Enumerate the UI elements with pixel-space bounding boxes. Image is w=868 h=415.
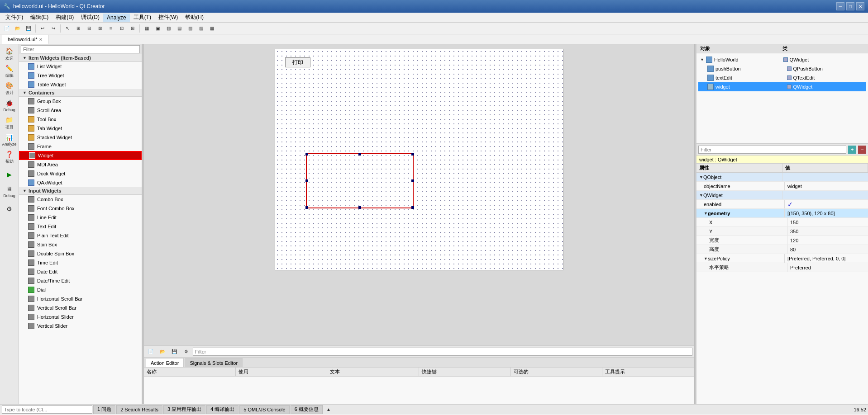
action-filter-input[interactable] <box>193 348 692 356</box>
list-item-h-slider[interactable]: Horizontal Slider <box>19 312 142 321</box>
activity-debug2[interactable]: 🖥 Debug <box>1 184 18 200</box>
toolbar-open[interactable]: 📂 <box>13 24 23 33</box>
prop-row-x[interactable]: X 150 <box>696 218 868 227</box>
prop-filter-input[interactable] <box>698 146 846 154</box>
menu-analyze[interactable]: Analyze <box>103 14 130 22</box>
menu-file[interactable]: 文件(F) <box>2 13 27 22</box>
handle-tl[interactable] <box>305 153 308 156</box>
toolbar-layout-break[interactable]: ⊡ <box>117 24 127 33</box>
maximize-button[interactable]: □ <box>846 2 854 10</box>
handle-mr[interactable] <box>411 179 414 182</box>
status-tab-summary[interactable]: 6 概要信息 <box>291 405 323 414</box>
list-item-group-box[interactable]: Group Box <box>19 97 142 106</box>
activity-analyze[interactable]: 📊 Analyze <box>1 132 18 148</box>
toolbar-layout-h[interactable]: ⊞ <box>73 24 83 33</box>
prop-row-qobject[interactable]: ▼ QObject <box>696 173 868 182</box>
file-tab-close[interactable]: ✕ <box>39 37 43 42</box>
prop-row-y[interactable]: Y 350 <box>696 227 868 236</box>
list-item-spin-box[interactable]: Spin Box <box>19 240 142 249</box>
obj-row-pushbutton[interactable]: pushButton QPushButton <box>698 64 866 73</box>
activity-welcome[interactable]: 🏠 欢迎 <box>1 46 18 62</box>
list-item-v-scrollbar[interactable]: Vertical Scroll Bar <box>19 303 142 312</box>
obj-row-textedit[interactable]: textEdit QTextEdit <box>698 73 866 82</box>
status-tab-qml-console[interactable]: 5 QML/JS Console <box>239 405 289 414</box>
handle-ml[interactable] <box>305 179 308 182</box>
list-item-mdi-area[interactable]: MDI Area <box>19 160 142 169</box>
activity-debug[interactable]: 🐞 Debug <box>1 98 18 114</box>
menu-tools[interactable]: 工具(T) <box>130 13 155 22</box>
tab-signals-slots[interactable]: Signals & Slots Editor <box>185 358 243 367</box>
status-tab-issues[interactable]: 1 问题 <box>93 405 115 414</box>
obj-row-widget[interactable]: widget QWidget <box>698 82 866 91</box>
prop-row-hpolicy[interactable]: 水平策略 Preferred <box>696 263 868 272</box>
prop-row-height[interactable]: 高度 80 <box>696 245 868 254</box>
list-item-frame[interactable]: Frame <box>19 142 142 151</box>
action-open-btn[interactable]: 📂 <box>157 347 167 356</box>
list-item-dial[interactable]: Dial <box>19 285 142 294</box>
toolbar-extra4[interactable]: ▤ <box>174 24 184 33</box>
design-canvas[interactable]: 打印 <box>275 49 563 270</box>
toolbar-layout-form[interactable]: ≡ <box>106 24 116 33</box>
list-item-qaxwidget[interactable]: QAxWidget <box>19 178 142 187</box>
widget-filter-input[interactable] <box>21 45 140 53</box>
list-item-tree-widget[interactable]: Tree Widget <box>19 71 142 80</box>
list-item-h-scrollbar[interactable]: Horizontal Scroll Bar <box>19 294 142 303</box>
toolbar-new[interactable]: 📄 <box>2 24 12 33</box>
close-button[interactable]: ✕ <box>856 2 864 10</box>
list-item-widget[interactable]: Widget <box>19 151 142 160</box>
list-item-font-combo-box[interactable]: Font Combo Box <box>19 204 142 213</box>
toolbar-extra2[interactable]: ▣ <box>153 24 162 33</box>
obj-row-helloworld[interactable]: ▼ HelloWorld QWidget <box>698 55 866 64</box>
handle-bm[interactable] <box>358 206 361 209</box>
toolbar-extra6[interactable]: ▨ <box>196 24 206 33</box>
menu-help[interactable]: 帮助(H) <box>181 13 207 22</box>
toolbar-extra7[interactable]: ▩ <box>207 24 217 33</box>
activity-project[interactable]: 📁 项目 <box>1 115 18 131</box>
list-item-date-edit[interactable]: Date Edit <box>19 267 142 276</box>
prop-row-sizepolicy[interactable]: ▼ sizePolicy [Preferred, Preferred, 0, 0… <box>696 254 868 263</box>
activity-run[interactable]: ▶ <box>1 166 18 183</box>
menu-edit[interactable]: 编辑(E) <box>27 13 52 22</box>
list-item-double-spin-box[interactable]: Double Spin Box <box>19 249 142 258</box>
list-item-tool-box[interactable]: Tool Box <box>19 115 142 124</box>
list-item-line-edit[interactable]: Line Edit <box>19 213 142 222</box>
toolbar-undo[interactable]: ↩ <box>38 24 48 33</box>
toolbar-extra5[interactable]: ▧ <box>185 24 195 33</box>
list-item-time-edit[interactable]: Time Edit <box>19 258 142 267</box>
activity-misc[interactable]: ⚙ <box>1 201 18 217</box>
handle-tm[interactable] <box>358 153 361 156</box>
toolbar-redo[interactable]: ↪ <box>48 24 58 33</box>
minimize-button[interactable]: ─ <box>836 2 844 10</box>
status-tab-search-results[interactable]: 2 Search Results <box>116 405 162 414</box>
status-search-input[interactable] <box>2 406 92 414</box>
action-new-btn[interactable]: 📄 <box>146 347 156 356</box>
prop-row-width[interactable]: 宽度 120 <box>696 236 868 245</box>
action-gear-btn[interactable]: ⚙ <box>181 347 191 356</box>
toolbar-adjust[interactable]: ⊞ <box>128 24 138 33</box>
file-tab-helloworld[interactable]: helloworld.ui* ✕ <box>2 35 48 44</box>
activity-design[interactable]: 🎨 设计 <box>1 80 18 97</box>
status-tab-app-output[interactable]: 3 应用程序输出 <box>163 405 205 414</box>
action-save-btn[interactable]: 💾 <box>169 347 179 356</box>
canvas-container[interactable]: 打印 <box>144 44 694 345</box>
prop-row-enabled[interactable]: enabled ✓ <box>696 200 868 209</box>
prop-remove-button[interactable]: − <box>858 146 866 154</box>
list-item-dock-widget[interactable]: Dock Widget <box>19 169 142 178</box>
statusbar-arrow-btn[interactable]: ▲ <box>324 405 334 414</box>
list-item-datetime-edit[interactable]: Date/Time Edit <box>19 276 142 285</box>
status-tab-compile-output[interactable]: 4 编译输出 <box>206 405 238 414</box>
menu-build[interactable]: 构建(B) <box>52 13 77 22</box>
activity-help[interactable]: ❓ 帮助 <box>1 149 18 165</box>
toolbar-extra1[interactable]: ▦ <box>142 24 152 33</box>
toolbar-layout-grid[interactable]: ⊠ <box>95 24 105 33</box>
handle-br[interactable] <box>411 206 414 209</box>
handle-tr[interactable] <box>411 153 414 156</box>
prop-add-button[interactable]: + <box>848 146 856 154</box>
toolbar-save[interactable]: 💾 <box>24 24 33 33</box>
list-item-scroll-area[interactable]: Scroll Area <box>19 106 142 115</box>
toolbar-extra3[interactable]: ▥ <box>163 24 173 33</box>
list-item-table-widget[interactable]: Table Widget <box>19 80 142 89</box>
menu-debug[interactable]: 调试(D) <box>77 13 103 22</box>
prop-row-geometry[interactable]: ▼ geometry [(150, 350), 120 x 80] <box>696 209 868 218</box>
list-item-combo-box[interactable]: Combo Box <box>19 195 142 204</box>
